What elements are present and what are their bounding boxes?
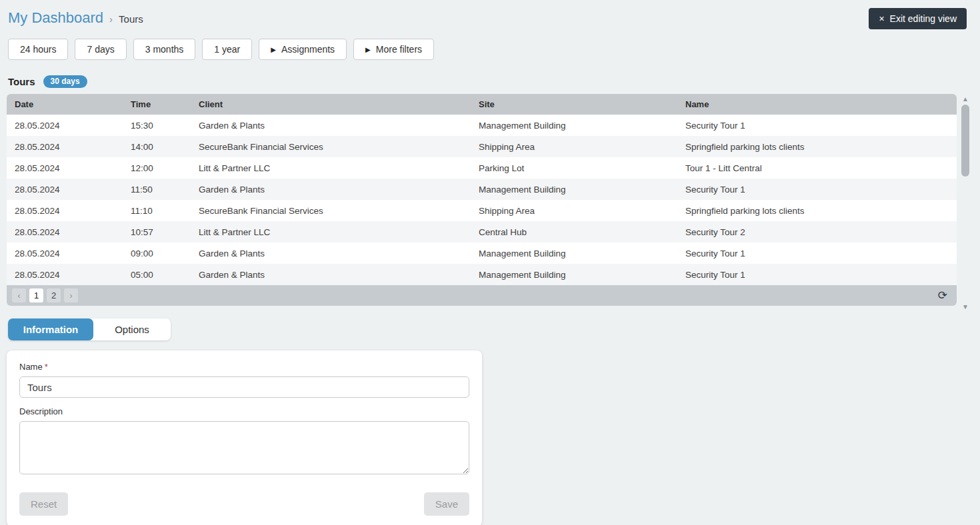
time-range-badge: 30 days xyxy=(43,75,87,88)
table-cell-site: Management Building xyxy=(471,115,677,136)
tab-options[interactable]: Options xyxy=(93,318,171,340)
name-field-label: Name* xyxy=(19,362,469,372)
required-marker: * xyxy=(45,362,48,372)
breadcrumb-dashboard-link[interactable]: My Dashboard xyxy=(8,9,103,27)
scroll-down-icon[interactable]: ▼ xyxy=(962,303,969,311)
pagination-next-button[interactable]: › xyxy=(64,288,78,302)
table-scrollbar: ▲ ▼ xyxy=(960,95,971,311)
table-cell-name: Tour 1 - Litt Central xyxy=(677,157,957,179)
expand-arrow-icon: ▶ xyxy=(365,46,371,53)
table-cell-time: 15:30 xyxy=(123,115,191,136)
filter-button-24-hours[interactable]: 24 hours xyxy=(8,39,68,60)
table-cell-date: 28.05.2024 xyxy=(7,179,123,200)
breadcrumb-current: Tours xyxy=(119,13,143,25)
scrollbar-track[interactable] xyxy=(961,103,969,303)
table-row[interactable]: 28.05.202414:00SecureBank Financial Serv… xyxy=(7,136,957,157)
column-header-name: Name xyxy=(677,94,957,115)
reset-button[interactable]: Reset xyxy=(19,492,68,516)
top-bar: My Dashboard › Tours × Exit editing view xyxy=(0,0,980,29)
table-cell-time: 11:50 xyxy=(123,179,191,200)
table-cell-client: Garden & Plants xyxy=(191,264,471,285)
expand-arrow-icon: ▶ xyxy=(271,46,276,53)
table-cell-date: 28.05.2024 xyxy=(7,264,123,285)
table-row[interactable]: 28.05.202411:10SecureBank Financial Serv… xyxy=(7,200,957,221)
pagination-prev-button[interactable]: ‹ xyxy=(12,288,26,302)
table-row[interactable]: 28.05.202411:50Garden & PlantsManagement… xyxy=(7,179,957,200)
filter-button-label: 24 hours xyxy=(20,44,56,55)
pagination-bar: ‹ 12 › ⟳ xyxy=(7,285,957,306)
name-input[interactable] xyxy=(19,376,469,398)
table-cell-client: SecureBank Financial Services xyxy=(191,136,471,157)
filter-button-label: 3 months xyxy=(145,44,184,55)
table-cell-time: 11:10 xyxy=(123,200,191,221)
column-header-date: Date xyxy=(7,94,123,115)
table-cell-client: Litt & Partner LLC xyxy=(191,221,471,243)
table-header-row: DateTimeClientSiteName xyxy=(7,94,957,115)
column-header-site: Site xyxy=(471,94,677,115)
tours-table: DateTimeClientSiteName 28.05.202415:30Ga… xyxy=(7,94,957,306)
table-cell-site: Management Building xyxy=(471,264,677,285)
table-cell-name: Security Tour 1 xyxy=(677,115,957,136)
refresh-icon[interactable]: ⟳ xyxy=(935,288,950,302)
detail-tabs: InformationOptions xyxy=(8,318,171,340)
table-cell-site: Shipping Area xyxy=(471,200,677,221)
table-cell-site: Shipping Area xyxy=(471,136,677,157)
table-cell-name: Security Tour 2 xyxy=(677,221,957,243)
column-header-client: Client xyxy=(191,94,471,115)
table-row[interactable]: 28.05.202415:30Garden & PlantsManagement… xyxy=(7,115,957,136)
table-row[interactable]: 28.05.202409:00Garden & PlantsManagement… xyxy=(7,243,957,264)
table-cell-client: Litt & Partner LLC xyxy=(191,157,471,179)
table-cell-name: Springfield parking lots clients xyxy=(677,200,957,221)
table-cell-time: 12:00 xyxy=(123,157,191,179)
table-cell-client: SecureBank Financial Services xyxy=(191,200,471,221)
filter-bar: 24 hours7 days3 months1 year▶Assignments… xyxy=(0,29,980,60)
filter-button-label: Assignments xyxy=(281,44,335,55)
widget-title: Tours xyxy=(8,76,35,87)
table-cell-date: 28.05.2024 xyxy=(7,200,123,221)
scrollbar-thumb[interactable] xyxy=(961,105,969,177)
pagination-page-button-1[interactable]: 1 xyxy=(29,288,43,302)
table-cell-time: 09:00 xyxy=(123,243,191,264)
table-cell-client: Garden & Plants xyxy=(191,243,471,264)
table-cell-site: Management Building xyxy=(471,179,677,200)
filter-button-label: 1 year xyxy=(214,44,240,55)
filter-button-3-months[interactable]: 3 months xyxy=(133,39,196,60)
filter-button-more-filters[interactable]: ▶More filters xyxy=(353,39,434,60)
information-panel: Name* Description Reset Save xyxy=(7,350,482,525)
table-row[interactable]: 28.05.202410:57Litt & Partner LLCCentral… xyxy=(7,221,957,243)
table-cell-date: 28.05.2024 xyxy=(7,115,123,136)
table-cell-date: 28.05.2024 xyxy=(7,136,123,157)
table-cell-time: 10:57 xyxy=(123,221,191,243)
table-row[interactable]: 28.05.202412:00Litt & Partner LLCParking… xyxy=(7,157,957,179)
table-row[interactable]: 28.05.202405:00Garden & PlantsManagement… xyxy=(7,264,957,285)
table-cell-time: 05:00 xyxy=(123,264,191,285)
close-icon: × xyxy=(879,14,884,23)
table-cell-site: Management Building xyxy=(471,243,677,264)
tab-information[interactable]: Information xyxy=(8,318,93,340)
exit-editing-view-button[interactable]: × Exit editing view xyxy=(869,8,967,29)
table-cell-site: Central Hub xyxy=(471,221,677,243)
column-header-time: Time xyxy=(123,94,191,115)
exit-editing-view-label: Exit editing view xyxy=(890,13,957,24)
description-textarea[interactable] xyxy=(19,421,469,474)
widget-header: Tours 30 days xyxy=(8,75,980,88)
filter-button-1-year[interactable]: 1 year xyxy=(202,39,252,60)
filter-button-assignments[interactable]: ▶Assignments xyxy=(259,39,347,60)
pagination-page-button-2[interactable]: 2 xyxy=(47,288,61,302)
description-field-label: Description xyxy=(19,406,469,416)
table-cell-site: Parking Lot xyxy=(471,157,677,179)
table-cell-client: Garden & Plants xyxy=(191,179,471,200)
filter-button-7-days[interactable]: 7 days xyxy=(75,39,126,60)
table-cell-date: 28.05.2024 xyxy=(7,157,123,179)
filter-button-label: 7 days xyxy=(87,44,114,55)
table-cell-name: Security Tour 1 xyxy=(677,264,957,285)
breadcrumb: My Dashboard › Tours xyxy=(8,8,143,27)
table-cell-name: Security Tour 1 xyxy=(677,243,957,264)
table-cell-time: 14:00 xyxy=(123,136,191,157)
table-cell-client: Garden & Plants xyxy=(191,115,471,136)
save-button[interactable]: Save xyxy=(424,492,469,516)
table-cell-name: Springfield parking lots clients xyxy=(677,136,957,157)
scroll-up-icon[interactable]: ▲ xyxy=(962,95,969,103)
filter-button-label: More filters xyxy=(376,44,422,55)
table-cell-date: 28.05.2024 xyxy=(7,221,123,243)
